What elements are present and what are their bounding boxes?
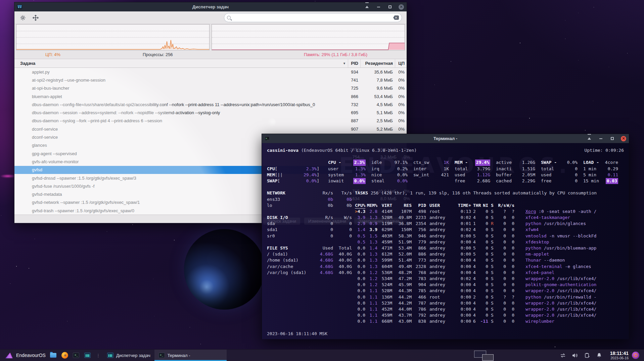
process-column-header[interactable]: RES bbox=[392, 202, 412, 209]
star bbox=[29, 268, 29, 269]
endeavouros-badge-icon[interactable] bbox=[632, 352, 639, 359]
star bbox=[585, 130, 586, 131]
applications-menu-label: EndeavourOS bbox=[16, 353, 46, 358]
taskmanager-titlebar[interactable]: Диспетчер задач ✕ bbox=[14, 2, 407, 11]
proc-user: andrey bbox=[426, 312, 455, 318]
proc-state: S bbox=[488, 215, 495, 221]
close-button[interactable]: ✕ bbox=[399, 4, 404, 10]
glances-output: cassini-nova (EndeavourOS 64bit / Linux … bbox=[262, 143, 629, 324]
proc-state: R bbox=[488, 221, 495, 227]
memory-graph-area bbox=[212, 25, 405, 50]
process-row: 0.01.1523M44.2M787andrey0:0040S00wrapper… bbox=[355, 300, 624, 306]
process-row: 0.01.1528M44.3M785andrey0:0040S00wrapper… bbox=[355, 288, 624, 294]
taskmanager-app-icon bbox=[17, 5, 22, 9]
command-name: Xorg bbox=[525, 209, 536, 214]
process-column-header[interactable]: USER bbox=[426, 202, 455, 209]
process-column-header[interactable]: NI bbox=[478, 202, 488, 209]
task-rss: 35,6 МиБ bbox=[360, 70, 395, 75]
crosshair-icon[interactable] bbox=[32, 14, 39, 21]
maximize-button[interactable] bbox=[609, 136, 615, 141]
column-resident[interactable]: Резидентная bbox=[360, 59, 395, 67]
task-row[interactable]: dbus-daemon --syslog --fork --print-pid … bbox=[14, 117, 407, 125]
firefox-launcher[interactable] bbox=[60, 351, 69, 360]
column-task[interactable]: Задача▼ bbox=[14, 59, 348, 67]
process-column-header[interactable]: W/s bbox=[506, 202, 514, 209]
proc-cpu-value: 3.9 bbox=[358, 215, 365, 220]
item-value: 0b bbox=[313, 202, 333, 209]
stat-cell: user1.3% bbox=[328, 166, 366, 172]
task-row[interactable]: at-spi2-registryd --use-gnome-session741… bbox=[14, 76, 407, 84]
command-name: Thunar bbox=[525, 258, 541, 263]
taskbar: EndeavourOS >_ ⋮ Диспетчер задач >_ Терм… bbox=[0, 349, 644, 361]
process-column-header[interactable]: TIME+ bbox=[455, 202, 471, 209]
terminal-titlebar[interactable]: >_ Терминал - ✕ bbox=[262, 134, 629, 143]
file-manager-launcher[interactable] bbox=[49, 351, 58, 360]
process-column-header[interactable]: R/s bbox=[495, 202, 506, 209]
process-column-header[interactable]: PID bbox=[412, 202, 426, 209]
monitor-launcher[interactable] bbox=[83, 351, 92, 360]
column-pid[interactable]: PID bbox=[348, 59, 360, 67]
command-name: nm-applet bbox=[525, 252, 549, 257]
bell-icon[interactable] bbox=[596, 352, 602, 358]
col-header: Total bbox=[333, 245, 352, 251]
diskio-row: sda100 bbox=[267, 227, 352, 233]
clipboard-icon[interactable] bbox=[584, 352, 590, 358]
task-row[interactable]: dbus-daemon --session --address=systemd:… bbox=[14, 108, 407, 117]
proc-read: 0 bbox=[495, 312, 506, 318]
item-value: 40.0G bbox=[333, 264, 352, 270]
item-name: /home (sda1) bbox=[267, 257, 313, 263]
terminal-content: ENDEAVOUROS. cassini-nova (EndeavourOS 6… bbox=[262, 143, 629, 339]
minimize-button[interactable] bbox=[598, 136, 603, 141]
task-row[interactable]: at-spi-bus-launcher7259,6 МиБ0% bbox=[14, 84, 407, 92]
task-pid: 887 bbox=[348, 118, 360, 123]
proc-write: 0 bbox=[506, 257, 514, 263]
task-row[interactable]: applet.py93435,6 МиБ0% bbox=[14, 68, 407, 76]
proc-user: andrey bbox=[426, 318, 455, 324]
search-input[interactable] bbox=[231, 15, 393, 20]
clear-search-icon[interactable]: ✕ bbox=[393, 15, 399, 20]
volume-icon[interactable] bbox=[572, 352, 578, 358]
terminal-window: >_ Терминал - ✕ ENDEAVOUROS. cassini-nov… bbox=[262, 134, 629, 339]
proc-virt: 452M bbox=[377, 306, 392, 312]
process-row: 0.01.3599M51.4M773andrey0:0040S00Thunar … bbox=[355, 257, 624, 263]
quicklook-row: MEM [||29.4%] bbox=[267, 172, 319, 178]
stat-value: 3.79G bbox=[477, 166, 490, 172]
proc-pid: 785 bbox=[412, 288, 426, 294]
minimize-button[interactable] bbox=[376, 4, 381, 10]
close-button[interactable]: ✕ bbox=[621, 136, 626, 141]
taskbar-button-taskmanager[interactable]: Диспетчер задач bbox=[103, 350, 154, 361]
proc-pid: 756 bbox=[412, 227, 426, 233]
stat-cell: total0 bbox=[541, 166, 578, 172]
proc-command: wrapper-2.0 /usr/lib/xfce4/ bbox=[525, 306, 596, 312]
sync-icon[interactable] bbox=[560, 352, 566, 358]
proc-virt: 668M bbox=[377, 318, 392, 324]
clock[interactable]: 18:11:41 2023-06-16 bbox=[610, 351, 629, 360]
column-cpu[interactable]: ЦП bbox=[395, 59, 407, 67]
proc-ni: 0 bbox=[478, 221, 488, 227]
col-header: Used bbox=[313, 245, 333, 251]
process-column-header[interactable]: S bbox=[488, 202, 495, 209]
applications-menu-button[interactable]: EndeavourOS bbox=[3, 350, 48, 361]
proc-state: S bbox=[488, 300, 495, 306]
gear-icon[interactable] bbox=[19, 14, 27, 21]
proc-time: 0:02 bbox=[455, 227, 471, 233]
process-row: >4.32.8414M107M498root0:1320S??Xorg :0 -… bbox=[355, 209, 624, 215]
task-row[interactable]: dbus-daemon --config-file=/usr/share/def… bbox=[14, 100, 407, 108]
process-column-header[interactable]: CPU% bbox=[355, 202, 365, 209]
terminal-launcher[interactable]: >_ bbox=[72, 351, 81, 360]
process-column-header[interactable]: THR bbox=[471, 202, 478, 209]
shade-button[interactable] bbox=[364, 4, 370, 10]
taskbar-button-terminal[interactable]: >_ Терминал - bbox=[154, 350, 227, 361]
proc-thr: 5 bbox=[471, 233, 478, 239]
process-column-header[interactable]: MEM% bbox=[365, 202, 377, 209]
proc-command: wrapper-2.0 /usr/lib/xfce4/ bbox=[525, 312, 596, 318]
stat-cell: inter1K bbox=[413, 166, 449, 172]
maximize-button[interactable] bbox=[387, 4, 393, 10]
task-row[interactable]: dconf-service9075,2 МиБ0% bbox=[14, 125, 407, 133]
proc-read: 0 bbox=[495, 300, 506, 306]
task-row[interactable]: blueman-applet86653,4 МиБ0% bbox=[14, 92, 407, 100]
process-column-header[interactable]: VIRT bbox=[377, 202, 392, 209]
shade-button[interactable] bbox=[587, 136, 592, 141]
workspace-pager[interactable] bbox=[474, 350, 495, 361]
proc-write: ? bbox=[506, 294, 514, 300]
